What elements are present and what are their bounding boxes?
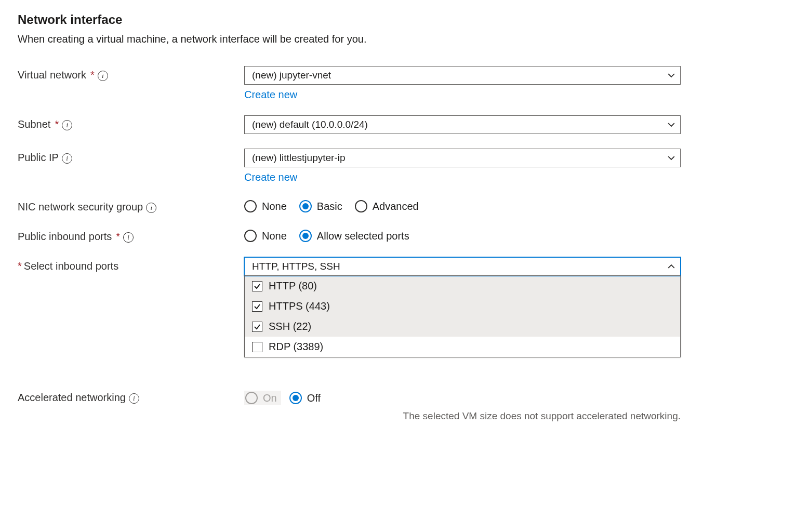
virtual-network-label-text: Virtual network — [18, 69, 86, 81]
subnet-label: Subnet * i — [18, 115, 244, 130]
required-asterisk: * — [116, 231, 120, 243]
port-option-ssh[interactable]: SSH (22) — [245, 316, 680, 337]
info-icon[interactable]: i — [62, 120, 72, 130]
required-asterisk: * — [55, 118, 59, 130]
select-inbound-ports-panel: HTTP (80) HTTPS (443) SSH (22) — [244, 275, 681, 357]
nic-nsg-radio-basic[interactable]: Basic — [299, 200, 342, 212]
accel-radio-on: On — [245, 392, 277, 404]
section-title: Network interface — [18, 12, 778, 27]
radio-icon — [245, 392, 258, 404]
accelerated-networking-label: Accelerated networking i — [18, 389, 244, 404]
inbound-allow-label: Allow selected ports — [317, 230, 409, 242]
port-option-ssh-label: SSH (22) — [269, 321, 311, 332]
virtual-network-create-new-link[interactable]: Create new — [244, 89, 297, 101]
port-option-rdp[interactable]: RDP (3389) — [245, 337, 680, 357]
radio-icon — [299, 200, 312, 212]
info-icon[interactable]: i — [123, 232, 134, 243]
info-icon[interactable]: i — [129, 393, 139, 404]
public-ip-label-text: Public IP — [18, 152, 59, 164]
radio-icon — [299, 230, 312, 242]
select-inbound-ports-summary: HTTP, HTTPS, SSH — [252, 261, 340, 272]
radio-icon — [244, 200, 257, 212]
public-inbound-ports-label: Public inbound ports * i — [18, 228, 244, 243]
subnet-value: (new) default (10.0.0.0/24) — [252, 119, 368, 130]
accel-on-label: On — [263, 392, 277, 404]
nic-nsg-label: NIC network security group i — [18, 198, 244, 213]
select-inbound-ports-dropdown[interactable]: HTTP, HTTPS, SSH — [244, 257, 681, 276]
required-asterisk: * — [18, 260, 22, 272]
accel-radio-off[interactable]: Off — [289, 392, 321, 404]
public-inbound-ports-radio-group: None Allow selected ports — [244, 228, 681, 242]
virtual-network-label: Virtual network * i — [18, 66, 244, 81]
virtual-network-dropdown[interactable]: (new) jupyter-vnet — [244, 66, 681, 85]
select-inbound-ports-label-text: Select inbound ports — [24, 260, 118, 272]
info-icon[interactable]: i — [62, 153, 72, 164]
inbound-radio-none[interactable]: None — [244, 230, 287, 242]
radio-icon — [355, 200, 367, 212]
subnet-dropdown[interactable]: (new) default (10.0.0.0/24) — [244, 115, 681, 134]
chevron-down-icon — [668, 121, 675, 128]
public-ip-label: Public IP i — [18, 149, 244, 164]
inbound-radio-allow[interactable]: Allow selected ports — [299, 230, 409, 242]
port-option-rdp-label: RDP (3389) — [269, 341, 323, 353]
nic-nsg-basic-label: Basic — [317, 201, 342, 212]
virtual-network-value: (new) jupyter-vnet — [252, 70, 331, 81]
radio-icon — [289, 392, 302, 404]
accel-off-label: Off — [307, 392, 321, 404]
checkbox-icon — [252, 281, 262, 291]
port-option-http-label: HTTP (80) — [269, 280, 317, 292]
info-icon[interactable]: i — [146, 203, 156, 213]
info-icon[interactable]: i — [98, 71, 108, 81]
accelerated-networking-radio-group: On Off — [244, 389, 681, 405]
port-option-http[interactable]: HTTP (80) — [245, 276, 680, 296]
nic-nsg-radio-advanced[interactable]: Advanced — [355, 200, 419, 212]
checkbox-icon — [252, 342, 262, 352]
public-ip-value: (new) littlestjupyter-ip — [252, 152, 346, 164]
port-option-https-label: HTTPS (443) — [269, 300, 330, 312]
nic-nsg-label-text: NIC network security group — [18, 201, 143, 213]
public-inbound-ports-label-text: Public inbound ports — [18, 231, 112, 243]
subnet-label-text: Subnet — [18, 118, 50, 130]
public-ip-create-new-link[interactable]: Create new — [244, 171, 297, 183]
port-option-https[interactable]: HTTPS (443) — [245, 296, 680, 316]
checkbox-icon — [252, 322, 262, 332]
nic-nsg-none-label: None — [262, 201, 287, 212]
chevron-up-icon — [668, 263, 675, 270]
accelerated-networking-note: The selected VM size does not support ac… — [244, 410, 681, 422]
chevron-down-icon — [668, 154, 675, 162]
radio-icon — [244, 230, 257, 242]
public-ip-dropdown[interactable]: (new) littlestjupyter-ip — [244, 149, 681, 167]
select-inbound-ports-label: *Select inbound ports — [18, 257, 244, 272]
nic-nsg-radio-none[interactable]: None — [244, 200, 287, 212]
checkbox-icon — [252, 301, 262, 312]
nic-nsg-advanced-label: Advanced — [373, 201, 419, 212]
inbound-none-label: None — [262, 230, 287, 242]
chevron-down-icon — [668, 72, 675, 79]
accelerated-networking-label-text: Accelerated networking — [18, 392, 126, 404]
section-description: When creating a virtual machine, a netwo… — [18, 33, 778, 45]
nic-nsg-radio-group: None Basic Advanced — [244, 198, 681, 212]
required-asterisk: * — [90, 69, 95, 81]
